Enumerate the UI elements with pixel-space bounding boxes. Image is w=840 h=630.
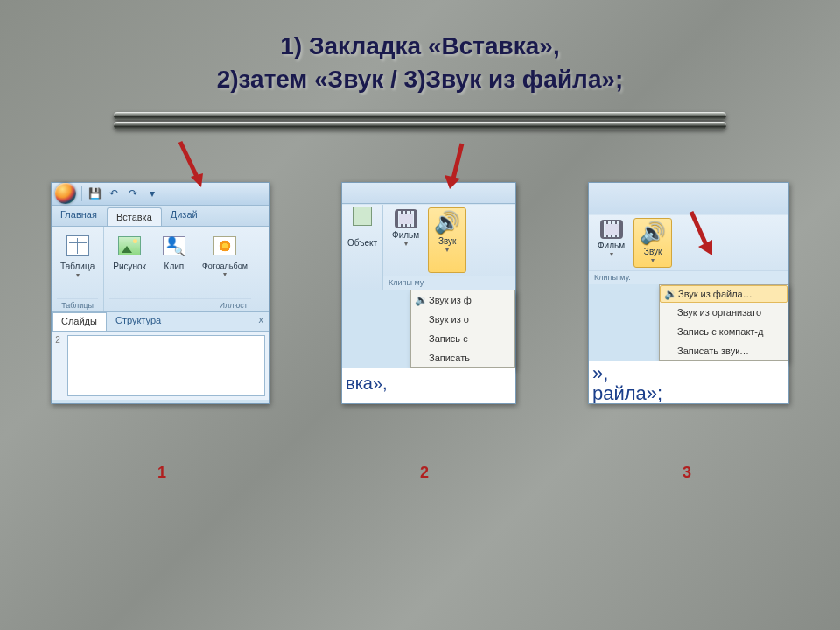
film-icon <box>395 209 417 228</box>
speaker-icon: 🔉 <box>413 294 429 306</box>
svg-line-4 <box>691 212 707 247</box>
qat-dropdown-icon[interactable]: ▾ <box>145 186 159 200</box>
clip-icon <box>163 236 186 256</box>
sound-dropdown-menu: 🔉Звук из ф Звук из о Запись с Записать <box>410 290 515 368</box>
speaker-icon: 🔉 <box>662 288 678 300</box>
dropdown-icon: ▾ <box>651 256 654 264</box>
tab-insert[interactable]: Вставка <box>107 207 162 226</box>
slide-thumbnail[interactable] <box>67 335 265 396</box>
speaker-icon: 🔊 <box>434 210 460 234</box>
sound-dropdown-menu: 🔉Звук из файла… Звук из организато Запис… <box>659 284 788 361</box>
movie-button[interactable]: Фильм ▾ <box>387 207 424 273</box>
screenshot-1: 💾 ↶ ↷ ▾ Главная Вставка Дизай Таблица ▾ <box>51 182 270 404</box>
svg-line-2 <box>453 144 462 178</box>
slide-canvas-crop: вка», <box>342 368 515 403</box>
object-button[interactable]: Объект <box>342 205 382 290</box>
dropdown-icon: ▾ <box>223 270 227 278</box>
undo-icon[interactable]: ↶ <box>107 186 121 200</box>
speaker-icon: 🔊 <box>640 220 666 245</box>
slide-thumbnail-pane: 2 <box>52 332 269 400</box>
arrow-2-icon <box>441 140 472 191</box>
menu-sound-from-organizer[interactable]: Звук из о <box>411 310 514 329</box>
title-line-2: 2)затем «Звук / 3)Звук из файла»; <box>217 66 624 93</box>
menu-record-cd[interactable]: Запись с <box>411 329 514 348</box>
movie-button[interactable]: Фильм ▾ <box>592 218 630 268</box>
save-icon[interactable]: 💾 <box>88 186 102 200</box>
ribbon-group-illustrations: Рисунок Клип Фотоальбом ▾ Иллюст <box>104 227 256 312</box>
office-orb-button[interactable] <box>55 183 76 204</box>
group-label-tables: Таблицы <box>57 298 98 310</box>
dropdown-icon: ▾ <box>445 246 449 254</box>
menu-sound-from-organizer[interactable]: Звук из организато <box>660 303 788 322</box>
svg-line-0 <box>180 142 198 178</box>
step-1: 1 <box>158 464 166 482</box>
svg-marker-1 <box>191 173 203 187</box>
ribbon-insert: Таблица ▾ Таблицы Рисунок <box>52 227 269 312</box>
album-icon <box>214 236 236 256</box>
menu-record-sound[interactable]: Записать <box>411 348 514 368</box>
dropdown-icon: ▾ <box>76 271 80 279</box>
object-icon <box>353 206 372 226</box>
menu-record-sound[interactable]: Записать звук… <box>660 341 788 360</box>
pane-close-icon[interactable]: x <box>254 312 270 331</box>
ribbon-media: Объект Фильм ▾ 🔊 Звук <box>342 204 515 290</box>
panel-titlebar <box>342 183 515 204</box>
clip-button[interactable]: Клип <box>155 230 193 298</box>
picture-icon <box>118 236 141 256</box>
slide-title: 1) Закладка «Вставка», 2)затем «Звук / 3… <box>0 30 840 96</box>
menu-sound-from-file[interactable]: 🔉Звук из ф <box>411 290 514 310</box>
redo-icon[interactable]: ↷ <box>126 186 140 200</box>
sound-button[interactable]: 🔊 Звук ▾ <box>634 218 672 268</box>
step-2: 2 <box>420 464 429 482</box>
sound-button[interactable]: 🔊 Звук ▾ <box>428 207 466 273</box>
pane-tab-outline[interactable]: Структура <box>107 312 170 331</box>
screenshot-3: Фильм ▾ 🔊 Звук ▾ Клипы му. 🔉Звук из файл… <box>588 182 789 404</box>
picture-button[interactable]: Рисунок <box>109 230 150 298</box>
arrow-3-icon <box>686 208 718 259</box>
step-3: 3 <box>682 464 691 482</box>
tab-design[interactable]: Дизай <box>162 206 207 226</box>
pane-tab-slides[interactable]: Слайды <box>52 312 107 331</box>
dropdown-icon: ▾ <box>404 240 408 248</box>
slide-pane-tabs: Слайды Структура x <box>52 312 269 332</box>
arrow-1-icon <box>175 138 206 189</box>
slide-canvas-crop: »,райла»; <box>589 361 788 403</box>
group-label-illust: Иллюст <box>109 298 251 310</box>
film-icon <box>600 220 623 239</box>
table-icon <box>66 235 89 256</box>
menu-record-cd[interactable]: Запись с компакт-д <box>660 322 788 341</box>
step-numbers: 1 2 3 <box>0 404 840 482</box>
group-label-clips: Клипы му. <box>383 276 515 290</box>
svg-marker-3 <box>444 175 460 189</box>
decorative-divider <box>114 112 726 130</box>
table-button[interactable]: Таблица ▾ <box>57 230 98 298</box>
tab-home[interactable]: Главная <box>52 206 107 226</box>
quick-access-toolbar: 💾 ↶ ↷ ▾ <box>52 183 269 206</box>
slide-number: 2 <box>52 332 64 400</box>
ribbon-tabs: Главная Вставка Дизай <box>52 206 269 227</box>
photoalbum-button[interactable]: Фотоальбом ▾ <box>199 230 251 298</box>
ribbon-group-tables: Таблица ▾ Таблицы <box>52 227 104 312</box>
dropdown-icon: ▾ <box>610 250 613 258</box>
title-line-1: 1) Закладка «Вставка», <box>280 32 559 60</box>
screenshot-2: Объект Фильм ▾ 🔊 Звук <box>341 182 516 404</box>
group-label-clips: Клипы му. <box>589 270 788 284</box>
menu-sound-from-file[interactable]: 🔉Звук из файла… <box>660 285 788 303</box>
